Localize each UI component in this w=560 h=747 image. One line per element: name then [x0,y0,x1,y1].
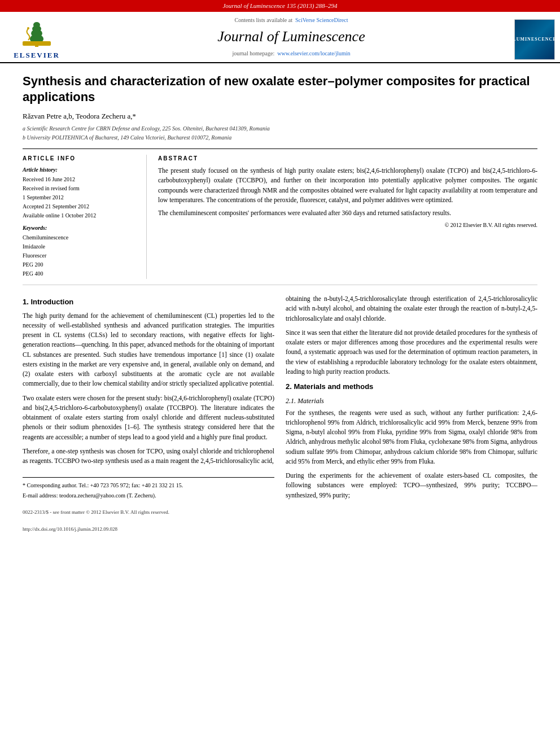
keyword-3: Fluorescer [23,252,138,260]
accepted-date: Accepted 21 September 2012 [23,203,138,211]
article-title-section: Synthesis and characterization of new ox… [23,63,537,149]
journal-homepage-link[interactable]: www.elsevier.com/locate/jlumin [277,50,350,56]
footer-doi: http://dx.doi.org/10.1016/j.jlumin.2012.… [23,526,274,534]
intro-para-1: The high purity demand for the achieveme… [23,311,274,389]
right-para-2: Since it was seen that either the litera… [286,328,537,377]
article-info-abstract-section: ARTICLE INFO Article history: Received 1… [23,149,537,285]
article-history-label: Article history: [23,166,138,174]
right-para-4: During the experiments for the achieveme… [286,471,537,500]
elsevier-tree-icon [17,18,56,49]
keywords-label: Keywords: [23,224,138,232]
elsevier-logo: ELSEVIER [14,18,60,60]
keyword-4: PEG 200 [23,261,138,269]
main-content: 1. Introduction The high purity demand f… [23,285,537,533]
subsection-2-1-title: 2.1. Materials [286,396,537,406]
revised-date: 1 September 2012 [23,194,138,202]
journal-title: Journal of Luminescence [79,27,504,47]
article-info-heading: ARTICLE INFO [23,155,138,163]
keyword-2: Imidazole [23,243,138,251]
section-1-title: 1. Introduction [23,296,274,308]
left-column: 1. Introduction The high purity demand f… [23,294,274,533]
footer-notes: * Corresponding author. Tel.: +40 723 70… [23,477,274,533]
journal-top-bar: Journal of Luminescence 135 (2013) 288–2… [0,0,560,12]
journal-logo-right: LUMINESCENCE [509,16,560,62]
received-revised-label: Received in revised form [23,185,138,193]
journal-homepage: journal homepage: www.elsevier.com/locat… [79,50,504,58]
article-body: Synthesis and characterization of new ox… [0,63,560,534]
journal-header: ELSEVIER Contents lists available at Sci… [0,12,560,63]
right-column: obtaining the n-butyl-2,4,5-trichlorosal… [286,294,537,533]
section-2-title: 2. Materials and methods [286,381,537,392]
sciverse-text: Contents lists available at SciVerse Sci… [79,16,504,24]
right-para-3: For the syntheses, the reagents were use… [286,408,537,467]
footer-star-note: * Corresponding author. Tel.: +40 723 70… [23,481,274,490]
received-date: Received 16 June 2012 [23,176,138,184]
footer-copyright: 0022-2313/$ - see front matter © 2012 El… [23,509,274,517]
keyword-5: PEG 400 [23,270,138,278]
abstract-text-2: The chemiluminescent composites' perform… [158,208,537,218]
affiliation-b: b University POLITEHNICA of Bucharest, 1… [23,134,537,142]
journal-header-center: Contents lists available at SciVerse Sci… [73,16,509,62]
article-main-title: Synthesis and characterization of new ox… [23,73,537,106]
article-info-col: ARTICLE INFO Article history: Received 1… [23,155,147,279]
svg-point-5 [27,27,29,29]
abstract-copyright: © 2012 Elsevier B.V. All rights reserved… [158,221,537,229]
svg-point-4 [33,22,40,28]
sciverse-link[interactable]: SciVerse ScienceDirect [295,17,348,23]
intro-para-2: Two oxalate esters were chosen for the p… [23,394,274,442]
authors: Răzvan Petre a,b, Teodora Zecheru a,* [23,111,537,121]
footer-email-note: E-mail address: teodora.zecheru@yahoo.co… [23,491,274,500]
elsevier-logo-section: ELSEVIER [0,16,73,62]
luminescence-logo: LUMINESCENCE [514,19,555,60]
right-para-1: obtaining the n-butyl-2,4,5-trichlorosal… [286,294,537,324]
elsevier-label: ELSEVIER [14,50,60,60]
abstract-col: ABSTRACT The present study focused on th… [147,155,537,279]
keyword-1: Chemiluminescence [23,234,138,242]
available-date: Available online 1 October 2012 [23,212,138,220]
abstract-text-1: The present study focused on the synthes… [158,166,537,205]
intro-para-3: Therefore, a one-step synthesis was chos… [23,447,274,466]
abstract-heading: ABSTRACT [158,155,537,163]
svg-rect-6 [23,41,51,46]
affiliation-a: a Scientific Research Centre for CBRN De… [23,125,537,133]
